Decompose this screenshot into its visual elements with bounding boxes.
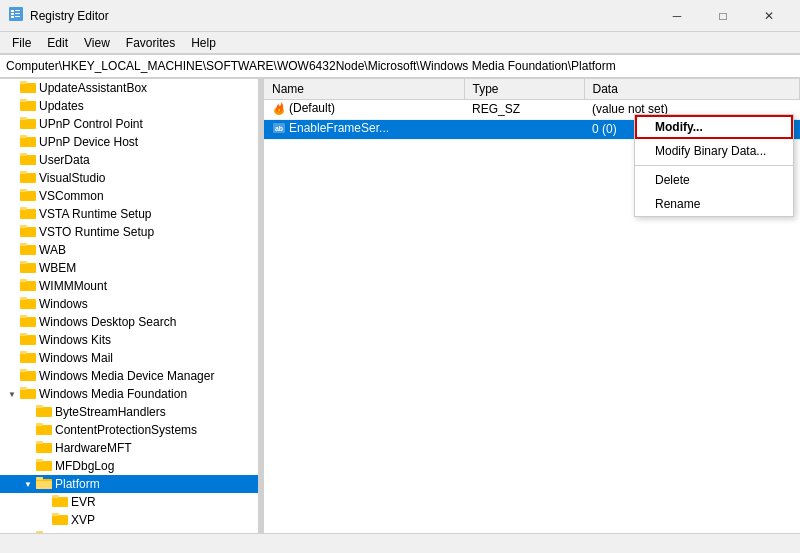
expand-btn-userdata[interactable]	[4, 152, 20, 168]
expand-btn-vscommon[interactable]	[4, 188, 20, 204]
expand-btn-evr[interactable]	[36, 494, 52, 510]
minimize-button[interactable]: ─	[654, 0, 700, 32]
tree-item-updateassistantbox[interactable]: UpdateAssistantBox	[0, 79, 258, 97]
col-type[interactable]: Type	[464, 79, 584, 99]
svg-rect-8	[20, 81, 27, 84]
menu-view[interactable]: View	[76, 34, 118, 52]
right-pane: Name Type Data (Default) REG_SZ(value no…	[264, 79, 800, 533]
expand-btn-vstoruntimesetup[interactable]	[4, 224, 20, 240]
tree-pane: UpdateAssistantBox Updates UPnP Control …	[0, 79, 260, 533]
tree-item-windows[interactable]: Windows	[0, 295, 258, 313]
context-menu-item-modify[interactable]: Modify...	[635, 115, 793, 139]
expand-btn-vstaruntimesetup[interactable]	[4, 206, 20, 222]
tree-item-wimmount[interactable]: WIMMMount	[0, 277, 258, 295]
svg-rect-21	[20, 209, 36, 219]
expand-btn-playready[interactable]	[20, 530, 36, 533]
svg-rect-20	[20, 189, 27, 192]
expand-btn-wab[interactable]	[4, 242, 20, 258]
expand-btn-updateassistantbox[interactable]	[4, 80, 20, 96]
tree-label-windowskits: Windows Kits	[39, 333, 111, 347]
menu-help[interactable]: Help	[183, 34, 224, 52]
expand-btn-upnpdevicehost[interactable]	[4, 134, 20, 150]
tree-items-container: UpdateAssistantBox Updates UPnP Control …	[0, 79, 258, 533]
expand-btn-windowsmediadevicemanager[interactable]	[4, 368, 20, 384]
svg-rect-55	[52, 495, 59, 498]
expand-btn-updates[interactable]	[4, 98, 20, 114]
expand-btn-wimmount[interactable]	[4, 278, 20, 294]
cell-name-default: (Default)	[264, 99, 464, 119]
app-icon	[8, 6, 24, 25]
svg-rect-7	[20, 83, 36, 93]
tree-label-updateassistantbox: UpdateAssistantBox	[39, 81, 147, 95]
expand-btn-contentprotectionsystems[interactable]	[20, 422, 36, 438]
tree-item-windowskits[interactable]: Windows Kits	[0, 331, 258, 349]
tree-item-upnpcontrolpoint[interactable]: UPnP Control Point	[0, 115, 258, 133]
svg-rect-27	[20, 263, 36, 273]
menu-edit[interactable]: Edit	[39, 34, 76, 52]
context-menu-item-delete[interactable]: Delete	[635, 168, 793, 192]
tree-item-mfdbglog[interactable]: MFDbgLog	[0, 457, 258, 475]
tree-item-wbem[interactable]: WBEM	[0, 259, 258, 277]
tree-item-evr[interactable]: EVR	[0, 493, 258, 511]
tree-item-windowsmediadevicemanager[interactable]: Windows Media Device Manager	[0, 367, 258, 385]
expand-btn-mfdbglog[interactable]	[20, 458, 36, 474]
tree-label-bytestreamhandlers: ByteStreamHandlers	[55, 405, 166, 419]
svg-rect-36	[20, 333, 27, 336]
tree-item-visualstudio[interactable]: VisualStudio	[0, 169, 258, 187]
svg-rect-41	[20, 389, 36, 399]
tree-item-playready[interactable]: PlayReady	[0, 529, 258, 533]
close-button[interactable]: ✕	[746, 0, 792, 32]
tree-item-wab[interactable]: WAB	[0, 241, 258, 259]
tree-item-platform[interactable]: ▼ Platform	[0, 475, 258, 493]
window-controls: ─ □ ✕	[654, 0, 792, 32]
tree-item-vstaruntimesetup[interactable]: VSTA Runtime Setup	[0, 205, 258, 223]
expand-btn-hardwaremft[interactable]	[20, 440, 36, 456]
svg-rect-32	[20, 297, 27, 300]
expand-btn-wbem[interactable]	[4, 260, 20, 276]
folder-icon-vstaruntimesetup	[20, 206, 36, 223]
tree-item-upnpdevicehost[interactable]: UPnP Device Host	[0, 133, 258, 151]
tree-item-windowsdesktopsearch[interactable]: Windows Desktop Search	[0, 313, 258, 331]
expand-btn-bytestreamhandlers[interactable]	[20, 404, 36, 420]
context-menu-item-modifybinary[interactable]: Modify Binary Data...	[635, 139, 793, 163]
tree-item-windowsmail[interactable]: Windows Mail	[0, 349, 258, 367]
expand-btn-windowskits[interactable]	[4, 332, 20, 348]
cell-type-default: REG_SZ	[464, 99, 584, 119]
svg-rect-24	[20, 225, 27, 228]
tree-item-hardwaremft[interactable]: HardwareMFT	[0, 439, 258, 457]
menu-favorites[interactable]: Favorites	[118, 34, 183, 52]
svg-rect-52	[36, 481, 52, 489]
expand-btn-upnpcontrolpoint[interactable]	[4, 116, 20, 132]
svg-rect-1	[11, 10, 14, 12]
folder-icon-mfdbglog	[36, 458, 52, 475]
maximize-button[interactable]: □	[700, 0, 746, 32]
expand-btn-windowsmail[interactable]	[4, 350, 20, 366]
folder-icon-vstoruntimesetup	[20, 224, 36, 241]
svg-rect-4	[15, 13, 20, 14]
tree-item-updates[interactable]: Updates	[0, 97, 258, 115]
svg-rect-53	[36, 477, 43, 480]
tree-item-vscommon[interactable]: VSCommon	[0, 187, 258, 205]
folder-icon-wab	[20, 242, 36, 259]
folder-icon-platform	[36, 476, 52, 493]
expand-btn-windows[interactable]	[4, 296, 20, 312]
context-menu-item-rename[interactable]: Rename	[635, 192, 793, 216]
tree-item-windowsmediafoundation[interactable]: ▼ Windows Media Foundation	[0, 385, 258, 403]
tree-item-xvp[interactable]: XVP	[0, 511, 258, 529]
tree-item-vstoruntimesetup[interactable]: VSTO Runtime Setup	[0, 223, 258, 241]
tree-item-bytestreamhandlers[interactable]: ByteStreamHandlers	[0, 403, 258, 421]
expand-btn-windowsdesktopsearch[interactable]	[4, 314, 20, 330]
menu-file[interactable]: File	[4, 34, 39, 52]
tree-item-contentprotectionsystems[interactable]: ContentProtectionSystems	[0, 421, 258, 439]
context-menu-separator	[635, 165, 793, 166]
expand-btn-xvp[interactable]	[36, 512, 52, 528]
expand-btn-platform[interactable]: ▼	[20, 476, 36, 492]
col-name[interactable]: Name	[264, 79, 464, 99]
expand-btn-visualstudio[interactable]	[4, 170, 20, 186]
col-data[interactable]: Data	[584, 79, 800, 99]
address-bar: Computer\HKEY_LOCAL_MACHINE\SOFTWARE\WOW…	[0, 54, 800, 78]
tree-item-userdata[interactable]: UserData	[0, 151, 258, 169]
expand-btn-windowsmediafoundation[interactable]: ▼	[4, 386, 20, 402]
tree-label-windows: Windows	[39, 297, 88, 311]
tree-label-updates: Updates	[39, 99, 84, 113]
